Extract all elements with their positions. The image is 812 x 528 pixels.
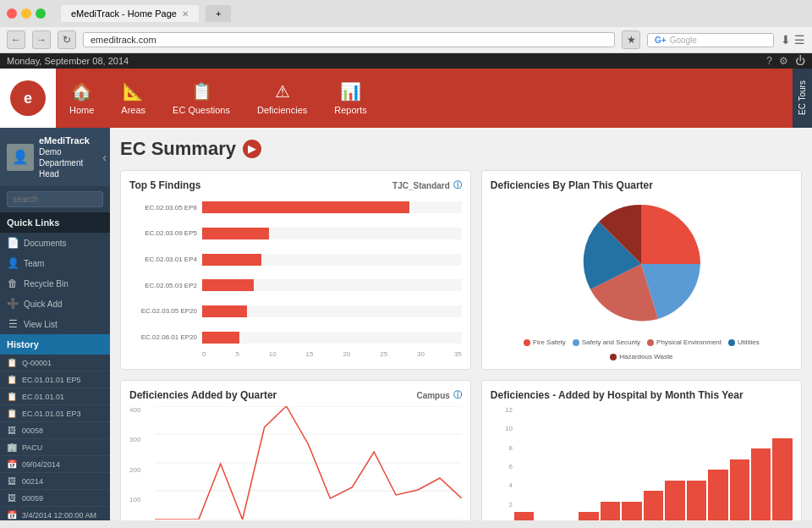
chart-subtitle-standard: TJC_Standard ⓘ [392, 179, 462, 191]
fire-safety-dot [524, 339, 530, 346]
col-bar [751, 448, 771, 520]
profile-avatar: 👤 [7, 144, 34, 171]
physical-env-dot [647, 339, 654, 346]
bar-label: EC.02.03.01 EP4 [129, 256, 197, 263]
date-bar-right: ? ⚙ ⏻ [766, 55, 805, 67]
back-btn[interactable]: ← [7, 30, 25, 49]
history-item-7[interactable]: 🖼 00214 [0, 473, 110, 490]
pie-chart [573, 196, 709, 332]
help-icon[interactable]: ? [766, 55, 772, 67]
line-chart-area: 4003002001000 [129, 406, 462, 520]
nav-home-label: Home [69, 105, 94, 115]
legend-physical-env: Physical Environment [647, 338, 721, 346]
date-bar: Monday, September 08, 2014 ? ⚙ ⏻ [0, 53, 812, 69]
active-tab[interactable]: eMediTrack - Home Page ✕ [61, 5, 199, 22]
browser-search[interactable]: G+ Google [647, 33, 774, 47]
sidebar-profile: 👤 eMediTrack Demo Department Head ‹ [0, 128, 110, 186]
nav-areas[interactable]: 📐 Areas [107, 69, 159, 128]
standard-info-icon[interactable]: ⓘ [453, 179, 462, 191]
def-by-quarter-title: Deficiencies Added by Quarter Campus ⓘ [129, 389, 462, 401]
bar-label: EC.02.03.09 EP5 [129, 229, 197, 237]
bar-track [202, 332, 462, 344]
bar-row: EC.02.03.05 EP8 [129, 201, 462, 213]
sidebar-item-recycle-bin[interactable]: 🗑 Recycle Bin [0, 273, 110, 294]
history-item-1[interactable]: 📋 EC.01.01.01 EP5 [0, 371, 110, 388]
bar-fill [202, 201, 409, 213]
history-label-9: 3/4/2014 12:00:00 AM [22, 511, 96, 520]
minimize-dot[interactable] [21, 8, 31, 19]
sidebar-item-team[interactable]: 👤 Team [0, 253, 110, 273]
pie-svg [573, 196, 709, 332]
tab-close-btn[interactable]: ✕ [182, 9, 189, 19]
current-date: Monday, September 08, 2014 [7, 56, 129, 66]
search-placeholder: Google [670, 36, 697, 45]
legend-utilities: Utilities [728, 338, 760, 346]
history-item-6[interactable]: 📅 09/04/2014 [0, 456, 110, 473]
def-by-month-title: Deficiencies - Added by Hospital by Mont… [491, 389, 793, 401]
nav-reports[interactable]: 📊 Reports [321, 69, 381, 128]
history-item-9[interactable]: 📅 3/4/2014 12:00:00 AM [0, 507, 110, 520]
toolbar-icons: ⬇ ☰ [781, 33, 805, 47]
history-title: History [0, 334, 110, 355]
deficiencies-by-month-chart: Deficiencies - Added by Hospital by Mont… [481, 380, 802, 520]
history-label-7: 00214 [22, 477, 43, 486]
new-tab-btn[interactable]: + [206, 5, 231, 22]
history-icon-2: 📋 [7, 392, 17, 401]
bookmark-btn[interactable]: ★ [622, 30, 640, 49]
ec-questions-icon: 📋 [191, 81, 212, 102]
power-icon[interactable]: ⏻ [795, 55, 805, 67]
title-info-icon[interactable]: ▶ [243, 140, 261, 158]
settings-icon[interactable]: ⚙ [779, 55, 788, 67]
nav-ec-questions[interactable]: 📋 EC Questions [159, 69, 244, 128]
history-item-2[interactable]: 📋 EC.01.01.01 [0, 388, 110, 405]
bar-track [202, 228, 462, 239]
nav-home[interactable]: 🏠 Home [56, 69, 107, 128]
maximize-dot[interactable] [36, 8, 46, 19]
deficiencies-by-quarter-chart: Deficiencies Added by Quarter Campus ⓘ 4… [120, 380, 471, 520]
campus-info-icon[interactable]: ⓘ [453, 389, 462, 401]
bar-track [202, 201, 462, 213]
recycle-bin-icon: 🗑 [7, 278, 19, 289]
history-icon-0: 📋 [7, 358, 17, 367]
col-bar [514, 512, 534, 520]
page-content: EC Summary ▶ Top 5 Findings TJC_Standard… [110, 128, 812, 520]
sidebar-item-documents[interactable]: 📄 Documents [0, 233, 110, 253]
sidebar-item-quick-add[interactable]: ➕ Quick Add [0, 294, 110, 314]
profile-info: eMediTrack Demo Department Head [39, 135, 90, 179]
forward-btn[interactable]: → [32, 30, 51, 49]
sidebar-search-input[interactable] [7, 191, 103, 207]
bar-row: EC.02.03.05 EP20 [129, 305, 462, 317]
legend-hazardous: Hazardous Waste [610, 353, 672, 360]
download-icon[interactable]: ⬇ [781, 33, 791, 47]
col-bar [644, 491, 663, 520]
team-icon: 👤 [7, 257, 19, 269]
window-controls [7, 8, 46, 19]
history-label-1: EC.01.01.01 EP5 [22, 376, 81, 384]
menu-icon[interactable]: ☰ [794, 33, 805, 47]
areas-icon: 📐 [123, 81, 144, 102]
history-icon-8: 🖼 [7, 493, 17, 503]
sidebar-team-label: Team [24, 259, 44, 268]
sidebar-collapse-btn[interactable]: ‹ [102, 151, 107, 164]
address-bar[interactable]: emeditrack.com [83, 32, 615, 47]
charts-row-1: Top 5 Findings TJC_Standard ⓘ EC.02.03.0… [120, 170, 802, 370]
history-item-5[interactable]: 🏢 PACU [0, 439, 110, 456]
utilities-dot [728, 339, 735, 346]
browser-chrome: eMediTrack - Home Page ✕ + ← → ↻ emeditr… [0, 0, 812, 69]
history-item-4[interactable]: 🖼 00058 [0, 422, 110, 439]
pie-container: Fire Safety Safety and Security Physical… [491, 196, 793, 360]
history-item-8[interactable]: 🖼 00059 [0, 490, 110, 507]
sidebar-quick-add-label: Quick Add [24, 300, 63, 309]
ec-tours-button[interactable]: EC Tours [793, 69, 812, 128]
history-item-3[interactable]: 📋 EC.01.01.01 EP3 [0, 405, 110, 422]
nav-deficiencies[interactable]: ⚠ Deficiencies [244, 69, 321, 128]
history-item-0[interactable]: 📋 Q-00001 [0, 355, 110, 371]
refresh-btn[interactable]: ↻ [58, 30, 76, 49]
nav-items: 🏠 Home 📐 Areas 📋 EC Questions ⚠ Deficien… [56, 69, 381, 128]
col-bar [579, 512, 598, 520]
sidebar-item-view-list[interactable]: ☰ View List [0, 314, 110, 334]
deficiencies-icon: ⚠ [275, 81, 290, 102]
documents-icon: 📄 [7, 237, 19, 249]
close-dot[interactable] [7, 8, 17, 19]
top-findings-chart: Top 5 Findings TJC_Standard ⓘ EC.02.03.0… [120, 170, 471, 370]
